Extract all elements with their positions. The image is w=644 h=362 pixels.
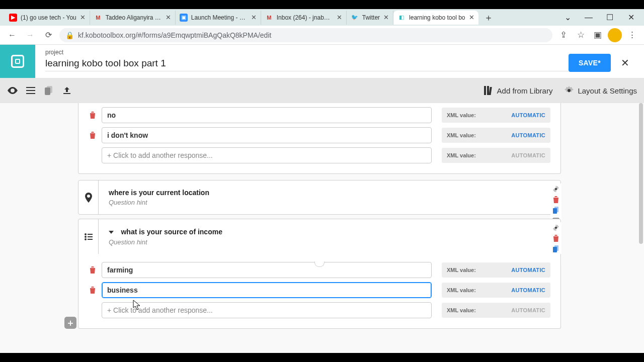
question-card-income[interactable]: what is your source of income Question h…: [78, 219, 561, 254]
add-response-input[interactable]: [102, 147, 432, 163]
tab-title: learning kobo tool bo: [409, 14, 465, 21]
url-text: kf.kobotoolbox.org/#/forms/a9EmqwptmiBAg…: [78, 31, 271, 39]
question-type-icon: [78, 180, 99, 214]
svg-rect-5: [484, 86, 486, 95]
copy-icon[interactable]: [43, 85, 54, 96]
expand-icon[interactable]: [25, 85, 36, 96]
browser-tab[interactable]: ▶ (1) go use tech - You ✕: [5, 11, 90, 25]
kobo-logo[interactable]: [0, 45, 35, 78]
back-icon[interactable]: ←: [5, 28, 19, 42]
svg-point-17: [85, 238, 87, 240]
close-icon[interactable]: ✕: [166, 14, 171, 21]
maximize-icon[interactable]: ☐: [600, 11, 620, 25]
delete-icon[interactable]: [89, 131, 97, 139]
svg-point-13: [85, 233, 87, 235]
add-from-library-button[interactable]: Add from Library: [484, 86, 553, 95]
close-icon[interactable]: ✕: [80, 14, 86, 21]
xml-value-box[interactable]: XML value:AUTOMATIC: [442, 262, 550, 278]
profile-icon[interactable]: [608, 28, 622, 42]
delete-icon[interactable]: [89, 266, 97, 274]
response-input[interactable]: [102, 282, 432, 298]
close-icon[interactable]: ✕: [383, 14, 389, 21]
close-icon[interactable]: ✕: [251, 14, 257, 21]
address-bar: ← → ⟳ 🔒 kf.kobotoolbox.org/#/forms/a9Emq…: [0, 26, 644, 45]
lock-icon: 🔒: [65, 31, 74, 39]
project-name[interactable]: learning kobo tool box part 1: [45, 58, 569, 71]
twitter-icon: 🐦: [351, 14, 359, 22]
form-canvas: XML value:AUTOMATIC XML value:AUTOMATIC …: [0, 103, 644, 353]
minimize-icon[interactable]: —: [579, 11, 599, 25]
delete-icon[interactable]: [551, 195, 560, 204]
gmail-icon: M: [94, 14, 102, 22]
layout-settings-button[interactable]: Layout & Settings: [565, 86, 637, 95]
question-title[interactable]: where is your current location: [109, 189, 550, 197]
forward-icon[interactable]: →: [23, 28, 37, 42]
duplicate-icon[interactable]: [551, 244, 560, 253]
browser-tab-active[interactable]: ◧ learning kobo tool bo ✕: [393, 11, 478, 25]
new-tab-button[interactable]: ＋: [481, 11, 496, 25]
question-hint[interactable]: Question hint: [109, 238, 550, 246]
share-icon[interactable]: ⇪: [556, 28, 571, 42]
save-button[interactable]: SAVE*: [569, 54, 611, 72]
svg-rect-1: [26, 90, 35, 91]
response-row: XML value:AUTOMATIC: [89, 127, 550, 143]
browser-tab[interactable]: M Taddeo Aliganyira has ✕: [90, 11, 176, 25]
layout-settings-label: Layout & Settings: [578, 86, 637, 95]
extensions-icon[interactable]: ▣: [591, 28, 605, 42]
url-input[interactable]: 🔒 kf.kobotoolbox.org/#/forms/a9EmqwptmiB…: [59, 28, 552, 42]
svg-rect-6: [487, 86, 489, 95]
close-icon[interactable]: ✕: [469, 14, 474, 21]
svg-rect-11: [554, 207, 558, 212]
browser-tab[interactable]: ▣ Launch Meeting - Zoo ✕: [176, 11, 261, 25]
response-input[interactable]: [102, 107, 432, 123]
response-row: XML value:AUTOMATIC: [89, 147, 550, 163]
delete-icon[interactable]: [89, 111, 97, 119]
browser-tab[interactable]: 🐦 Twitter ✕: [347, 11, 393, 25]
xml-value-box: XML value:AUTOMATIC: [442, 303, 550, 318]
xml-value-box[interactable]: XML value:AUTOMATIC: [442, 283, 550, 298]
gear-icon[interactable]: [551, 223, 560, 232]
add-question-button[interactable]: ＋: [64, 317, 76, 329]
collapse-caret-icon[interactable]: [109, 231, 114, 234]
preview-icon[interactable]: [7, 85, 18, 96]
response-row: XML value:AUTOMATIC: [89, 107, 550, 123]
black-bar-top: [0, 0, 644, 9]
bookmark-icon[interactable]: ☆: [574, 28, 588, 42]
question-card-location[interactable]: where is your current location Question …: [78, 180, 561, 215]
response-input[interactable]: [102, 262, 432, 278]
gear-icon[interactable]: [551, 185, 560, 194]
tab-title: (1) go use tech - You: [21, 14, 76, 21]
vertical-scrollbar[interactable]: [639, 103, 643, 244]
tab-title: Inbox (264) - jnabasa: [277, 14, 333, 21]
svg-rect-16: [88, 236, 93, 237]
xml-value-box[interactable]: XML value:AUTOMATIC: [442, 128, 550, 143]
delete-icon[interactable]: [551, 234, 560, 243]
svg-rect-18: [88, 239, 93, 240]
gmail-icon: M: [265, 14, 273, 22]
question-title[interactable]: what is your source of income: [121, 228, 222, 236]
project-label: project: [45, 49, 569, 56]
import-icon[interactable]: [61, 85, 72, 96]
close-icon[interactable]: ✕: [337, 14, 342, 21]
app-header: project learning kobo tool box part 1 SA…: [0, 45, 644, 78]
svg-rect-2: [26, 93, 35, 94]
add-response-input[interactable]: [102, 302, 432, 318]
menu-icon[interactable]: ⋮: [625, 28, 639, 42]
chevron-down-icon[interactable]: ⌄: [557, 11, 578, 25]
duplicate-icon[interactable]: [551, 206, 560, 215]
response-list: XML value:AUTOMATIC XML value:AUTOMATIC …: [78, 254, 561, 329]
close-window-icon[interactable]: ✕: [621, 11, 641, 25]
browser-tab[interactable]: M Inbox (264) - jnabasa ✕: [261, 11, 347, 25]
reload-icon[interactable]: ⟳: [41, 28, 55, 42]
xml-value-box[interactable]: XML value:AUTOMATIC: [442, 108, 550, 123]
response-input[interactable]: [102, 127, 432, 143]
delete-icon[interactable]: [89, 286, 97, 294]
xml-value-box: XML value:AUTOMATIC: [442, 148, 550, 163]
project-title-box: project learning kobo tool box part 1: [45, 49, 569, 71]
svg-point-15: [85, 236, 87, 238]
question-hint[interactable]: Question hint: [109, 199, 550, 206]
kobo-icon: ◧: [397, 14, 406, 22]
close-editor-icon[interactable]: ✕: [616, 54, 634, 72]
black-bar-bottom: [0, 353, 644, 362]
response-row: XML value:AUTOMATIC: [89, 302, 550, 318]
